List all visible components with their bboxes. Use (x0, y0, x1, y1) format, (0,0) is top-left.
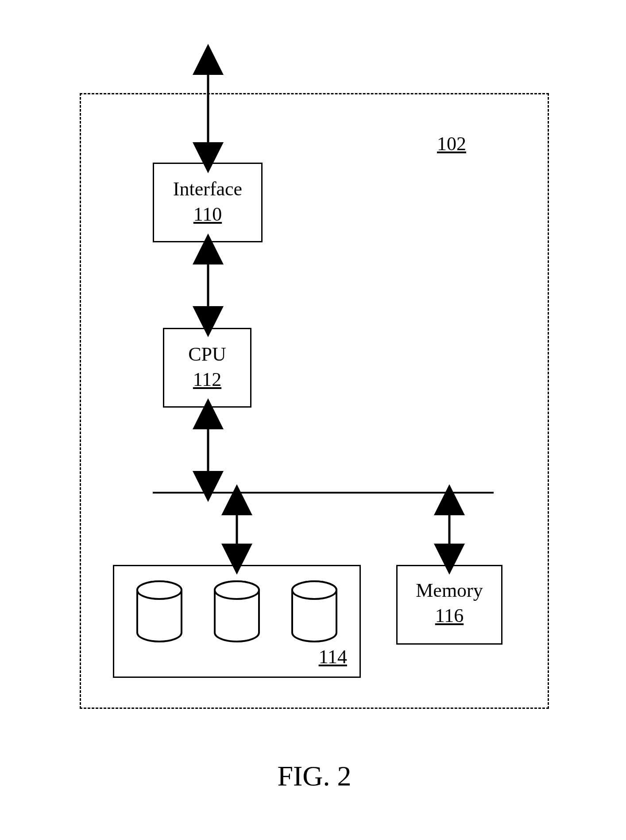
disk-icon-1 (133, 580, 186, 642)
system-ref-label: 102 (425, 133, 478, 156)
svg-point-5 (292, 581, 336, 599)
cpu-ref: 112 (164, 369, 250, 391)
svg-point-1 (137, 581, 182, 599)
disk-icon-3 (288, 580, 341, 642)
arrow-bus-storage (229, 494, 245, 565)
svg-point-3 (215, 581, 259, 599)
arrow-cpu-bus (200, 408, 216, 492)
interface-title: Interface (154, 178, 261, 201)
memory-title: Memory (398, 579, 501, 602)
arrow-interface-cpu (200, 243, 216, 328)
figure-caption: FIG. 2 (248, 760, 381, 793)
diagram-canvas: 102 Interface 110 CPU 112 114 Memory 116 (0, 0, 626, 840)
storage-ref: 114 (303, 646, 347, 669)
disk-icon-2 (210, 580, 263, 642)
interface-block: Interface 110 (153, 163, 263, 242)
arrow-bus-memory (441, 494, 457, 565)
arrow-external-interface (200, 53, 216, 164)
interface-ref: 110 (154, 203, 261, 226)
cpu-block: CPU 112 (163, 328, 251, 408)
memory-ref: 116 (398, 605, 501, 627)
cpu-title: CPU (164, 343, 250, 366)
memory-block: Memory 116 (396, 565, 502, 645)
